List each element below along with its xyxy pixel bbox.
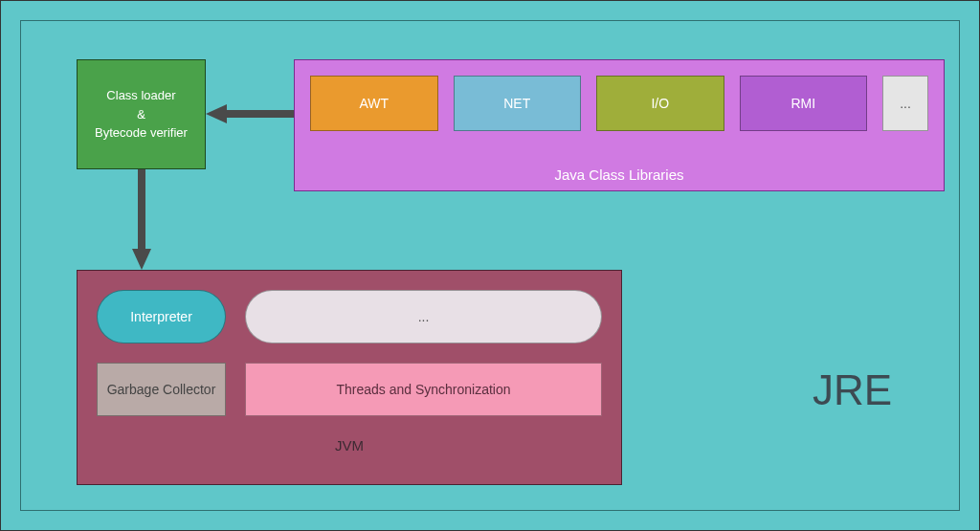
lib-awt: AWT: [310, 76, 438, 131]
lib-rmi: RMI: [740, 76, 868, 131]
threads-sync-box: Threads and Synchronization: [245, 363, 602, 416]
jvm-row-2: Garbage Collector Threads and Synchroniz…: [97, 363, 602, 416]
lib-io: I/O: [596, 76, 724, 131]
classloader-line3: Bytecode verifier: [95, 123, 188, 143]
java-class-libraries-box: AWT NET I/O RMI ... Java Class Libraries: [294, 59, 945, 191]
lib-net: NET: [454, 76, 582, 131]
interpreter-pill: Interpreter: [97, 290, 226, 343]
classloader-line1: Class loader: [95, 86, 188, 105]
jvm-row-1: Interpreter ...: [97, 290, 602, 343]
jcl-title: Java Class Libraries: [310, 153, 928, 183]
jvm-more-pill: ...: [245, 290, 602, 343]
classloader-box: Class loader & Bytecode verifier: [77, 59, 206, 169]
svg-marker-1: [206, 104, 227, 123]
jvm-box: Interpreter ... Garbage Collector Thread…: [77, 270, 622, 485]
lib-more: ...: [882, 76, 928, 131]
svg-marker-3: [132, 249, 151, 270]
jre-container: JRE Class loader & Bytecode verifier AWT…: [20, 20, 960, 511]
jvm-title: JVM: [97, 435, 602, 454]
jcl-row: AWT NET I/O RMI ...: [310, 76, 928, 153]
arrow-classloader-to-jvm: [129, 169, 154, 270]
classloader-line2: &: [95, 105, 188, 124]
garbage-collector-box: Garbage Collector: [97, 363, 226, 416]
arrow-jcl-to-classloader: [206, 101, 294, 126]
jre-label: JRE: [813, 366, 892, 414]
